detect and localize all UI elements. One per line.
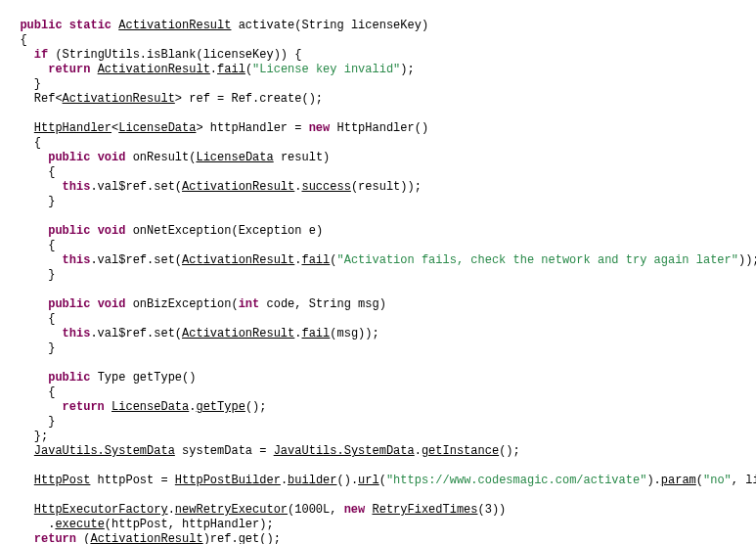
- code-line: HttpExecutorFactory.newRetryExecutor(100…: [6, 503, 750, 518]
- code-line: {: [6, 239, 750, 253]
- code-line: return LicenseData.getType();: [6, 400, 750, 415]
- code-line: public void onBizException(int code, Str…: [6, 297, 750, 312]
- code-line: [6, 209, 750, 224]
- code-line: if (StringUtils.isBlank(licenseKey)) {: [6, 48, 750, 63]
- code-line: public Type getType(): [6, 371, 750, 385]
- code-line: }: [6, 195, 750, 209]
- code-line: }: [6, 341, 750, 356]
- code-line: JavaUtils.SystemData systemData = JavaUt…: [6, 444, 750, 459]
- code-line: {: [6, 136, 750, 151]
- code-line: };: [6, 430, 750, 444]
- code-line: {: [6, 385, 750, 400]
- code-line: HttpPost httpPost = HttpPostBuilder.buil…: [6, 474, 750, 488]
- code-block: public static ActivationResult activate(…: [6, 19, 750, 544]
- code-line: [6, 356, 750, 371]
- code-line: public static ActivationResult activate(…: [6, 19, 750, 33]
- code-line: {: [6, 165, 750, 180]
- code-line: this.val$ref.set(ActivationResult.succes…: [6, 180, 750, 195]
- code-line: return ActivationResult.fail("License ke…: [6, 63, 750, 77]
- code-line: }: [6, 415, 750, 430]
- code-line: public void onResult(LicenseData result): [6, 151, 750, 165]
- code-line: HttpHandler<LicenseData> httpHandler = n…: [6, 121, 750, 136]
- code-line: .execute(httpPost, httpHandler);: [6, 518, 750, 532]
- code-line: [6, 488, 750, 503]
- code-line: Ref<ActivationResult> ref = Ref.create()…: [6, 92, 750, 107]
- code-line: {: [6, 33, 750, 48]
- code-line: return (ActivationResult)ref.get();: [6, 532, 750, 544]
- code-line: [6, 283, 750, 297]
- code-line: this.val$ref.set(ActivationResult.fail(m…: [6, 327, 750, 341]
- code-line: {: [6, 312, 750, 327]
- code-line: public void onNetException(Exception e): [6, 224, 750, 239]
- code-line: [6, 459, 750, 474]
- code-line: this.val$ref.set(ActivationResult.fail("…: [6, 253, 750, 268]
- code-line: }: [6, 268, 750, 283]
- code-line: }: [6, 77, 750, 92]
- code-line: [6, 107, 750, 121]
